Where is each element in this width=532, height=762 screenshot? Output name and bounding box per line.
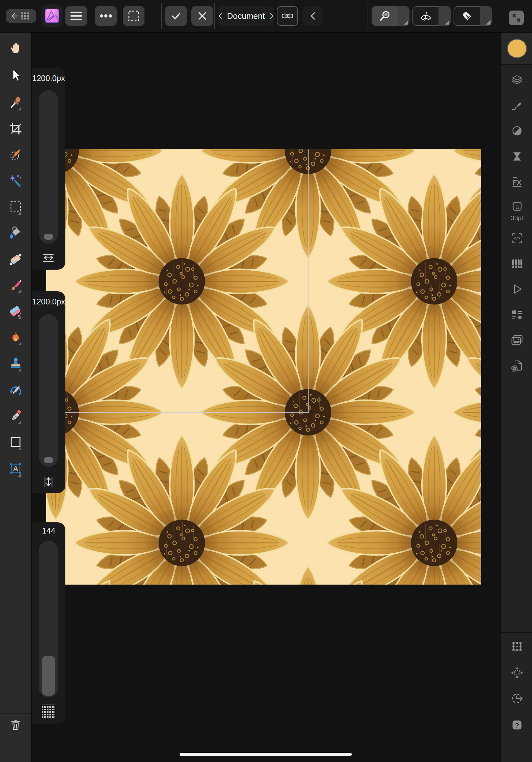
tool-erase-brush[interactable] bbox=[7, 303, 24, 320]
hourglass-icon bbox=[511, 150, 523, 163]
snapping-flyout[interactable] bbox=[480, 6, 492, 26]
dpi-panel: 144 bbox=[32, 522, 65, 724]
snapping-button[interactable] bbox=[453, 6, 480, 26]
tools-divider bbox=[0, 713, 31, 714]
flyout-corner-icon bbox=[486, 20, 491, 25]
tool-flood-fill[interactable] bbox=[7, 224, 24, 241]
width-slider[interactable] bbox=[39, 90, 58, 244]
color-studio-section bbox=[501, 32, 532, 64]
tool-clone-stamp[interactable] bbox=[7, 355, 24, 372]
hamburger-menu-icon bbox=[70, 11, 82, 21]
layers-icon bbox=[511, 73, 523, 86]
studio-layers[interactable] bbox=[511, 73, 523, 86]
document-nav: Document bbox=[218, 6, 274, 26]
studio-character[interactable]: a bbox=[511, 201, 523, 214]
stock-photos-icon bbox=[511, 334, 523, 346]
affinity-photo-logo-icon bbox=[45, 9, 59, 23]
active-color-swatch[interactable] bbox=[507, 39, 527, 58]
flyout-corner-icon bbox=[18, 447, 21, 450]
history-back-button[interactable] bbox=[302, 6, 323, 26]
brush-icon bbox=[511, 99, 523, 112]
navigator-panel-toggle[interactable] bbox=[511, 666, 523, 679]
dpi-slider[interactable] bbox=[39, 541, 58, 697]
flyout-corner-icon bbox=[404, 20, 408, 25]
link-icon bbox=[281, 12, 294, 20]
tool-crop[interactable] bbox=[7, 120, 24, 137]
main-menu-button[interactable] bbox=[65, 6, 87, 26]
chevron-left-icon[interactable] bbox=[218, 12, 223, 20]
assistant-flyout[interactable] bbox=[439, 6, 451, 26]
tool-dodge-burn[interactable] bbox=[7, 329, 24, 346]
tool-pen[interactable] bbox=[7, 408, 24, 425]
studio-channels[interactable] bbox=[511, 257, 523, 270]
adjustment-circle-icon bbox=[511, 124, 523, 137]
zoom-tool-flyout[interactable] bbox=[398, 6, 410, 26]
chevron-right-icon[interactable] bbox=[269, 12, 274, 20]
document-canvas[interactable] bbox=[46, 149, 481, 584]
code-snippet-icon: </> bbox=[511, 232, 523, 244]
flyout-corner-icon bbox=[445, 20, 449, 25]
studio-sidebar: FX a 33pt </> bbox=[501, 32, 532, 762]
tool-color-picker[interactable] bbox=[7, 95, 24, 111]
studio-history[interactable] bbox=[511, 150, 523, 163]
help-glyph: ? bbox=[515, 722, 519, 729]
height-panel: 1200.0px bbox=[32, 291, 65, 493]
studio-metadata[interactable] bbox=[511, 308, 523, 321]
assistant-wiper-icon bbox=[420, 11, 432, 21]
transform-panel-toggle[interactable] bbox=[511, 640, 523, 653]
magic-wand-icon bbox=[8, 173, 23, 188]
clock-icon bbox=[511, 692, 523, 705]
toolbar-divider bbox=[367, 3, 367, 29]
tool-move[interactable] bbox=[7, 67, 24, 84]
magnifier-icon bbox=[379, 10, 391, 22]
assistant-button[interactable] bbox=[412, 6, 439, 26]
tool-paint-brush[interactable] bbox=[7, 277, 24, 293]
studio-document-settings[interactable] bbox=[511, 359, 523, 372]
link-dimensions-button[interactable] bbox=[277, 6, 298, 26]
home-indicator[interactable] bbox=[179, 753, 352, 756]
tool-selection-brush[interactable] bbox=[7, 146, 24, 163]
app-logo-button[interactable] bbox=[41, 4, 62, 27]
tool-delete[interactable] bbox=[7, 717, 24, 733]
dpi-slider-handle[interactable] bbox=[42, 656, 55, 696]
tool-marquee-select[interactable] bbox=[7, 198, 24, 215]
toolbar-divider bbox=[161, 3, 162, 29]
tool-view-pan[interactable] bbox=[7, 40, 24, 57]
flyout-corner-icon bbox=[18, 316, 21, 319]
top-toolbar: Document bbox=[0, 0, 532, 33]
commit-button[interactable] bbox=[165, 6, 187, 26]
width-value-label: 1200.0px bbox=[32, 74, 65, 83]
tool-gradient[interactable] bbox=[7, 251, 24, 268]
flyout-corner-icon bbox=[18, 107, 21, 111]
close-icon bbox=[198, 12, 206, 20]
undo-brush-icon bbox=[8, 382, 23, 397]
width-slider-handle[interactable] bbox=[44, 234, 53, 240]
text-tool-glyph: A bbox=[13, 464, 18, 473]
selection-mode-button[interactable] bbox=[123, 6, 145, 26]
fx-icon: FX bbox=[511, 176, 523, 188]
more-options-button[interactable] bbox=[95, 6, 117, 26]
selection-brush-icon bbox=[8, 147, 23, 162]
fullscreen-button[interactable] bbox=[509, 11, 524, 25]
tools-panel: A bbox=[0, 32, 32, 762]
studio-brushes[interactable] bbox=[511, 99, 523, 112]
studio-stock[interactable] bbox=[511, 334, 523, 346]
dpi-grid-icon[interactable] bbox=[42, 705, 55, 718]
studio-adjustments[interactable] bbox=[511, 124, 523, 137]
zoom-tool-button[interactable] bbox=[371, 6, 398, 26]
help-button[interactable]: ? bbox=[511, 719, 523, 731]
tool-undo-brush[interactable] bbox=[7, 381, 24, 398]
back-to-apps-button[interactable] bbox=[6, 9, 36, 23]
document-nav-label: Document bbox=[223, 11, 270, 21]
height-slider-handle[interactable] bbox=[44, 457, 53, 463]
tool-rectangle[interactable] bbox=[7, 434, 24, 450]
tool-flood-select[interactable] bbox=[7, 172, 24, 189]
back-grid-icon bbox=[11, 12, 32, 21]
tool-text[interactable]: A bbox=[7, 460, 24, 477]
studio-effects[interactable]: FX bbox=[511, 176, 523, 188]
cancel-button[interactable] bbox=[191, 6, 213, 26]
height-slider[interactable] bbox=[39, 314, 58, 467]
studio-macro[interactable] bbox=[511, 283, 523, 295]
studio-snippets[interactable]: </> bbox=[511, 232, 523, 244]
snapshots-panel-toggle[interactable] bbox=[511, 692, 523, 705]
